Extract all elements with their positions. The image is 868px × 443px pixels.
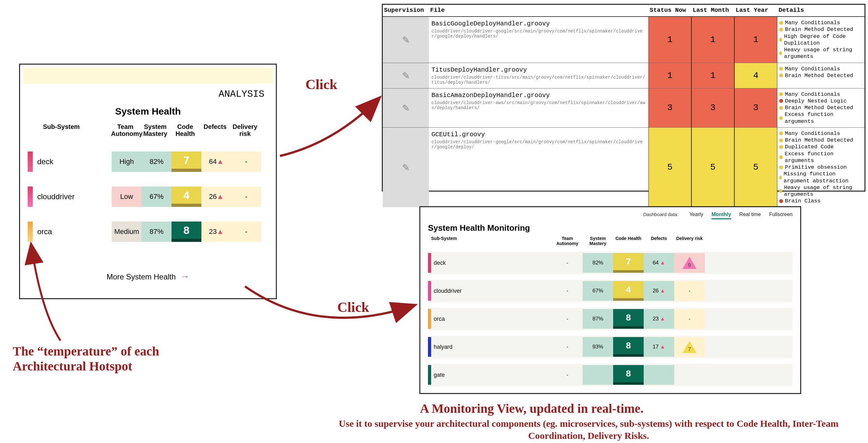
file-row[interactable]: ✎ BasicAmazonDeployHandler.groovy cloudd…: [383, 88, 865, 128]
severity-dot-icon: [779, 145, 783, 149]
mastery-cell: 82%: [142, 151, 172, 172]
risk-cell: 7: [674, 337, 705, 357]
severity-dot-icon: [779, 21, 783, 25]
supervision-cell[interactable]: ✎: [383, 128, 429, 207]
mastery-cell: 67%: [583, 281, 613, 301]
code-health-cell[interactable]: 7: [172, 151, 202, 172]
sh-header-row: Sub-System Team Autonomy System Mastery …: [20, 122, 276, 138]
monitor-row[interactable]: clouddriver - 67% 4 26▲ -: [428, 280, 793, 302]
col-mastery: System Mastery: [140, 122, 170, 138]
subsystem-name: deck: [431, 260, 552, 266]
trend-up-icon: ▲: [217, 193, 224, 201]
detail-text: Brain Class: [785, 198, 820, 204]
col-supervision: Supervision: [384, 7, 430, 14]
subsystem-name: halyard: [431, 344, 552, 350]
monitor-row[interactable]: gate - 8: [428, 364, 793, 386]
tab-fullscreen[interactable]: Fullscreen: [769, 212, 793, 217]
col-details: Details: [779, 7, 865, 14]
dashboard-data-label: Dashboard data:: [643, 212, 678, 217]
more-link[interactable]: More System Health →: [20, 271, 276, 282]
details-cell: Many ConditionalsBrain Method DetectedDu…: [777, 128, 863, 207]
code-health-cell[interactable]: 7: [613, 253, 644, 273]
code-health-cell[interactable]: 8: [613, 337, 644, 357]
defects-cell: 23▲: [644, 309, 674, 329]
col-autonomy: Team Autonomy: [111, 122, 140, 138]
file-row[interactable]: ✎ BasicGoogleDeployHandler.groovy cloudd…: [383, 17, 865, 63]
defects-cell: 26▲: [202, 186, 231, 207]
supervision-cell[interactable]: ✎: [383, 17, 429, 63]
subsystem-name: clouddriver: [431, 288, 552, 294]
col-year: Last Year: [736, 7, 779, 14]
severity-dot-icon: [779, 67, 783, 71]
hotspot-indicator: [428, 281, 431, 301]
supervision-cell[interactable]: ✎: [383, 63, 429, 88]
mastery-cell: 93%: [583, 337, 613, 357]
col-risk: Delivery risk: [230, 122, 260, 138]
severity-dot-icon: [779, 92, 783, 96]
autonomy-cell: -: [552, 281, 583, 301]
hotspot-indicator: [428, 337, 431, 357]
mastery-cell: 87%: [583, 309, 613, 329]
defects-cell: 23▲: [202, 222, 231, 242]
file-rows-container: ✎ BasicGoogleDeployHandler.groovy cloudd…: [383, 17, 865, 207]
sh-row-orca[interactable]: orca Medium 87% 8 23▲ -: [28, 220, 261, 243]
tab-realtime[interactable]: Real time: [740, 212, 761, 217]
subsystem-name: orca: [431, 316, 552, 322]
tab-yearly[interactable]: Yearly: [689, 212, 703, 217]
monitor-row[interactable]: halyard - 93% 8 17▲ 7: [428, 336, 793, 358]
subsystem-name: orca: [34, 227, 112, 236]
monitor-row[interactable]: orca - 87% 8 23▲ -: [428, 308, 793, 330]
monitor-row[interactable]: deck - 82% 7 64▲ 9: [428, 252, 793, 274]
mastery-cell: 67%: [142, 186, 172, 207]
mcol-risk: Delivery risk: [674, 236, 705, 246]
risk-cell: [674, 365, 705, 385]
monitoring-panel: Dashboard data: Yearly Monthly Real time…: [420, 206, 801, 394]
code-health-cell[interactable]: 8: [613, 365, 644, 385]
file-cell: GCEUtil.groovy clouddriver/clouddriver-g…: [429, 128, 648, 207]
severity-dot-icon: [779, 28, 783, 31]
severity-dot-icon: [779, 99, 783, 103]
subsystem-name: clouddriver: [34, 192, 112, 201]
defects-cell: [644, 365, 674, 385]
risk-cell: -: [231, 222, 261, 242]
defects-value: 64: [209, 157, 217, 166]
more-label: More System Health: [106, 272, 176, 281]
code-health-cell[interactable]: 8: [172, 222, 202, 242]
file-row[interactable]: ✎ GCEUtil.groovy clouddriver/clouddriver…: [383, 128, 865, 207]
code-health-cell[interactable]: 4: [613, 281, 644, 301]
file-row[interactable]: ✎ TitusDeployHandler.groovy clouddriver/…: [383, 63, 865, 88]
sh-row-deck[interactable]: deck High 82% 7 64▲ -: [28, 150, 261, 173]
detail-text: Many Conditionals: [785, 20, 840, 26]
status-year-cell: 3: [734, 88, 777, 127]
tab-monthly[interactable]: Monthly: [711, 212, 731, 219]
details-cell: Many ConditionalsDeeply Nested LogicBrai…: [777, 88, 863, 127]
detail-text: Missing function argument abstraction: [784, 171, 861, 184]
hotspot-indicator: [28, 186, 33, 207]
risk-value: 7: [688, 347, 691, 352]
status-month-cell: 1: [691, 63, 734, 88]
mcol-autonomy: Team Autonomy: [552, 236, 583, 246]
arrow-right-icon: →: [180, 271, 189, 281]
detail-text: Brain Method Detected: [785, 137, 853, 144]
detail-text: Brain Method Detected: [785, 72, 853, 79]
severity-dot-icon: [779, 116, 783, 120]
code-health-cell[interactable]: 8: [613, 309, 644, 329]
defects-cell: 17▲: [644, 337, 674, 357]
detail-text: Brain Method Detected: [785, 26, 853, 33]
file-path: clouddriver/clouddriver-google/src/main/…: [431, 29, 646, 39]
hotspot-indicator: [28, 222, 33, 242]
trend-up-icon: ▲: [660, 344, 665, 350]
severity-dot-icon: [779, 176, 782, 179]
risk-value: 9: [688, 263, 691, 268]
file-cell: TitusDeployHandler.groovy clouddriver/cl…: [429, 63, 648, 88]
mastery-cell: [583, 365, 613, 385]
supervision-cell[interactable]: ✎: [383, 88, 429, 127]
file-cell: BasicAmazonDeployHandler.groovy clouddri…: [429, 88, 648, 127]
code-health-cell[interactable]: 4: [172, 186, 202, 207]
detail-text: High Degree of Code Duplication: [784, 33, 861, 47]
hotspot-indicator: [428, 365, 431, 385]
detail-text: Primitive obsession: [785, 164, 847, 171]
status-now-cell: 5: [648, 128, 691, 207]
sh-row-clouddriver[interactable]: clouddriver Low 67% 4 26▲ -: [28, 185, 261, 208]
subsystem-name: deck: [34, 157, 112, 166]
